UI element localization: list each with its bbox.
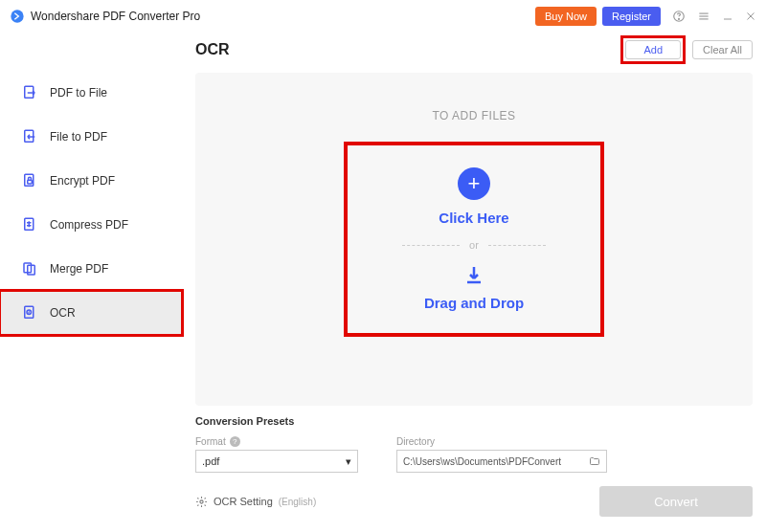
conversion-presets: Conversion Presets Format ? .pdf ▾ Direc…: [195, 406, 753, 521]
minimize-icon[interactable]: [722, 11, 733, 22]
plus-icon[interactable]: +: [458, 167, 490, 200]
help-icon[interactable]: [672, 10, 686, 23]
directory-label: Directory: [396, 436, 607, 447]
svg-point-0: [11, 10, 23, 22]
folder-icon[interactable]: [589, 455, 600, 467]
sidebar-item-compress-pdf[interactable]: Compress PDF: [0, 203, 182, 247]
page-title: OCR: [195, 41, 230, 58]
clear-all-button[interactable]: Clear All: [692, 40, 753, 59]
register-button[interactable]: Register: [602, 7, 661, 26]
file-import-icon: [21, 128, 38, 145]
format-select[interactable]: .pdf ▾: [195, 450, 358, 473]
sidebar-item-ocr[interactable]: A OCR: [0, 291, 182, 335]
buy-now-button[interactable]: Buy Now: [535, 7, 597, 26]
compress-icon: [21, 216, 38, 233]
gear-icon: [195, 496, 208, 508]
app-logo: Wondershare PDF Converter Pro: [10, 9, 200, 24]
sidebar-item-label: File to PDF: [50, 130, 107, 144]
app-name: Wondershare PDF Converter Pro: [31, 10, 200, 23]
sidebar-item-label: PDF to File: [50, 86, 107, 100]
convert-button[interactable]: Convert: [599, 486, 753, 517]
sidebar-item-label: Merge PDF: [50, 262, 108, 276]
drag-drop-label: Drag and Drop: [424, 295, 524, 311]
add-button-highlight: Add: [623, 38, 683, 61]
close-icon[interactable]: [745, 11, 756, 22]
or-text: or: [469, 239, 479, 251]
sidebar-item-merge-pdf[interactable]: Merge PDF: [0, 247, 182, 291]
titlebar: Wondershare PDF Converter Pro Buy Now Re…: [0, 0, 766, 33]
sidebar-item-pdf-to-file[interactable]: PDF to File: [0, 71, 182, 115]
chevron-down-icon: ▾: [346, 455, 351, 468]
format-field: Format ? .pdf ▾: [195, 436, 358, 473]
sidebar: PDF to File File to PDF Encrypt PDF Comp…: [0, 33, 182, 532]
file-drop-panel: TO ADD FILES + Click Here or Drag and Dr…: [195, 73, 753, 406]
svg-point-19: [200, 499, 203, 502]
ocr-icon: A: [21, 304, 38, 321]
sidebar-item-label: OCR: [50, 306, 76, 320]
sidebar-item-file-to-pdf[interactable]: File to PDF: [0, 115, 182, 159]
format-label: Format ?: [195, 436, 358, 447]
download-icon: [462, 264, 485, 287]
presets-title: Conversion Presets: [195, 415, 753, 427]
lock-icon: [21, 172, 38, 189]
merge-icon: [21, 260, 38, 277]
directory-field: Directory C:\Users\ws\Documents\PDFConve…: [396, 436, 607, 473]
svg-point-2: [679, 18, 680, 19]
sidebar-item-label: Compress PDF: [50, 218, 128, 232]
svg-rect-12: [28, 180, 33, 184]
file-export-icon: [21, 84, 38, 101]
format-value: .pdf: [202, 455, 219, 467]
menu-icon[interactable]: [697, 10, 710, 23]
to-add-label: TO ADD FILES: [432, 109, 515, 122]
ocr-setting-label: OCR Setting: [214, 496, 273, 507]
sidebar-item-label: Encrypt PDF: [50, 174, 115, 188]
help-icon[interactable]: ?: [230, 436, 240, 447]
directory-input[interactable]: C:\Users\ws\Documents\PDFConvert: [396, 450, 607, 473]
click-here-link[interactable]: Click Here: [439, 210, 508, 226]
content: OCR Add Clear All TO ADD FILES + Click H…: [182, 33, 766, 532]
drop-zone[interactable]: + Click Here or Drag and Drop: [348, 145, 600, 333]
or-divider: or: [402, 239, 546, 251]
logo-icon: [10, 9, 25, 24]
ocr-setting-link[interactable]: OCR Setting (English): [195, 496, 316, 508]
sidebar-item-encrypt-pdf[interactable]: Encrypt PDF: [0, 159, 182, 203]
add-button[interactable]: Add: [625, 40, 681, 59]
directory-value: C:\Users\ws\Documents\PDFConvert: [403, 456, 561, 467]
content-header: OCR Add Clear All: [195, 33, 753, 73]
ocr-language: (English): [279, 497, 316, 507]
